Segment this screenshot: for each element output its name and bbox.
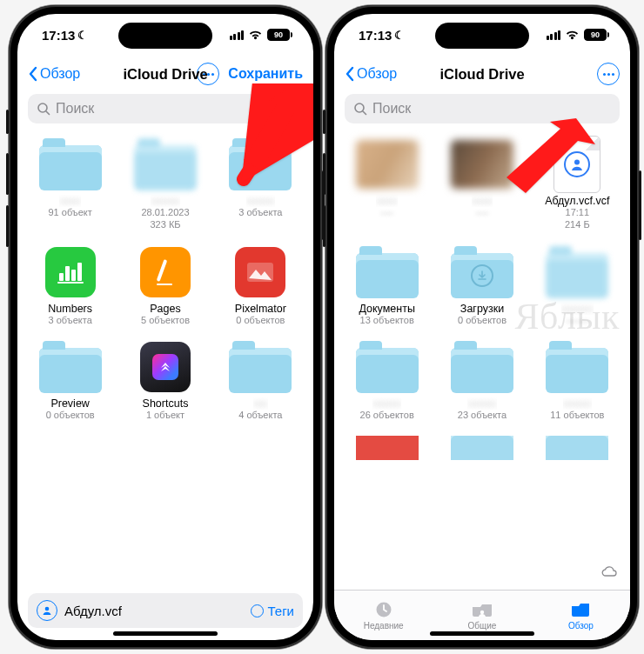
folder-item[interactable]: -------- 11 объектов [532, 335, 623, 424]
svg-rect-5 [77, 263, 82, 281]
app-folder-pixelmator[interactable]: Pixelmator 0 объектов [215, 240, 306, 329]
numbers-app-icon [45, 247, 96, 297]
folder-item[interactable] [436, 430, 527, 462]
battery-icon: 90 [267, 29, 292, 41]
item-sub: 0 объектов [458, 315, 506, 327]
item-sub: 5 объектов [141, 315, 190, 327]
folder-documents[interactable]: Документы 13 объектов [341, 240, 433, 329]
app-folder-numbers[interactable]: Numbers 3 объекта [24, 240, 116, 329]
folder-icon [39, 348, 102, 393]
item-sub: 0 объектов [46, 410, 95, 422]
chevron-left-icon [345, 66, 355, 82]
folder-icon [356, 253, 419, 298]
page-title: iCloud Drive [123, 66, 207, 83]
item-name-hidden: --------- [561, 303, 594, 315]
wifi-icon [248, 30, 263, 40]
file-grid[interactable]: ------ 91 объект -------- 28.01.2023 323… [17, 129, 313, 640]
do-not-disturb-icon: ☾ [394, 29, 405, 42]
item-name-hidden: -------- [563, 397, 592, 410]
folder-item[interactable] [532, 430, 623, 462]
tab-browse[interactable]: Обзор [532, 591, 630, 640]
folder-item[interactable]: -------- 3 объекта [215, 132, 306, 233]
item-sub: 23 объекта [458, 410, 506, 422]
clock-icon [372, 600, 395, 619]
folder-item[interactable]: ---- 4 объекта [215, 335, 306, 424]
image-item[interactable]: ------ ---- [436, 132, 527, 233]
folder-icon [451, 436, 513, 460]
folder-item[interactable]: --------- ------- [532, 240, 623, 329]
svg-line-14 [363, 111, 366, 115]
folder-icon [546, 253, 608, 298]
home-indicator[interactable] [430, 631, 534, 636]
app-folder-shortcuts[interactable]: Shortcuts 1 объект [119, 335, 211, 424]
back-label: Обзор [357, 66, 397, 82]
vcf-file-item[interactable]: Абдул.vcf.vcf 17:11 214 Б [532, 132, 623, 233]
back-button[interactable]: Обзор [345, 66, 397, 82]
item-name-hidden: ------ [472, 195, 493, 207]
back-label: Обзор [40, 66, 80, 82]
app-folder-pages[interactable]: Pages 5 объектов [119, 240, 211, 329]
do-not-disturb-icon: ☾ [77, 29, 88, 42]
status-time: 17:13 [359, 28, 392, 43]
folder-icon [546, 348, 608, 393]
folder-icon [229, 145, 292, 190]
phone-frame-left: 17:13 ☾ 90 Обзор iCloud Drive [9, 5, 322, 649]
dynamic-island [435, 23, 529, 49]
item-name-hidden: -------- [372, 397, 401, 410]
item-name-hidden: -------- [151, 195, 179, 207]
battery-icon: 90 [584, 29, 609, 41]
wifi-icon [565, 30, 580, 40]
file-to-save-bar[interactable]: Абдул.vcf Теги [28, 593, 303, 628]
item-name: Документы [359, 303, 414, 315]
folder-icon [451, 348, 513, 393]
image-thumb [451, 140, 513, 189]
item-sub: 26 объектов [360, 410, 414, 422]
image-item[interactable]: ------ ---- [341, 132, 433, 233]
more-button[interactable] [597, 63, 620, 85]
search-input[interactable]: Поиск [28, 94, 303, 123]
back-button[interactable]: Обзор [28, 66, 80, 82]
file-grid[interactable]: ------ ---- ------ ---- Абдул.vcf.vcf 17 [334, 129, 630, 590]
file-name: Абдул.vcf [64, 604, 244, 618]
svg-point-15 [574, 160, 580, 165]
item-name: Preview [50, 397, 89, 410]
screen-left: 17:13 ☾ 90 Обзор iCloud Drive [17, 14, 313, 640]
folder-item[interactable]: -------- 26 объектов [341, 335, 433, 424]
svg-rect-8 [157, 284, 172, 285]
item-name-hidden: ------ [376, 195, 398, 207]
item-name: Shortcuts [143, 397, 189, 410]
folder-icon [569, 600, 592, 619]
tag-icon [251, 604, 264, 617]
item-sub: 4 объекта [238, 410, 282, 422]
save-button[interactable]: Сохранить [228, 66, 303, 82]
svg-rect-4 [71, 270, 76, 281]
pixelmator-app-icon [235, 247, 285, 297]
item-name: Загрузки [460, 303, 504, 315]
ellipsis-icon [603, 73, 614, 76]
folder-item[interactable]: ------ 91 объект [24, 132, 116, 233]
folder-item[interactable]: -------- 23 объекта [436, 335, 527, 424]
page-title: iCloud Drive [439, 66, 524, 83]
svg-point-10 [45, 607, 50, 611]
svg-point-17 [480, 611, 484, 614]
item-sub: 0 объектов [236, 315, 285, 327]
search-icon [37, 102, 50, 116]
folder-item[interactable]: -------- 28.01.2023 323 КБ [119, 132, 211, 233]
screen-right: 17:13 ☾ 90 Обзор iCloud Drive [334, 14, 630, 640]
search-input[interactable]: Поиск [345, 94, 620, 123]
folder-preview[interactable]: Preview 0 объектов [24, 335, 116, 424]
nav-bar: Обзор iCloud Drive [334, 56, 630, 92]
cellular-icon [230, 30, 245, 40]
folder-icon [451, 253, 513, 298]
tab-recent[interactable]: Недавние [334, 591, 433, 640]
folder-icon [546, 436, 608, 460]
home-indicator[interactable] [113, 631, 218, 636]
item-name: Абдул.vcf.vcf [545, 195, 609, 207]
item-name: Pages [150, 303, 180, 315]
folder-item[interactable] [341, 430, 433, 462]
item-name-hidden: -------- [467, 397, 496, 410]
tags-button[interactable]: Теги [251, 604, 294, 618]
download-badge-icon [471, 264, 493, 287]
search-placeholder: Поиск [372, 101, 411, 117]
folder-downloads[interactable]: Загрузки 0 объектов [436, 240, 527, 329]
